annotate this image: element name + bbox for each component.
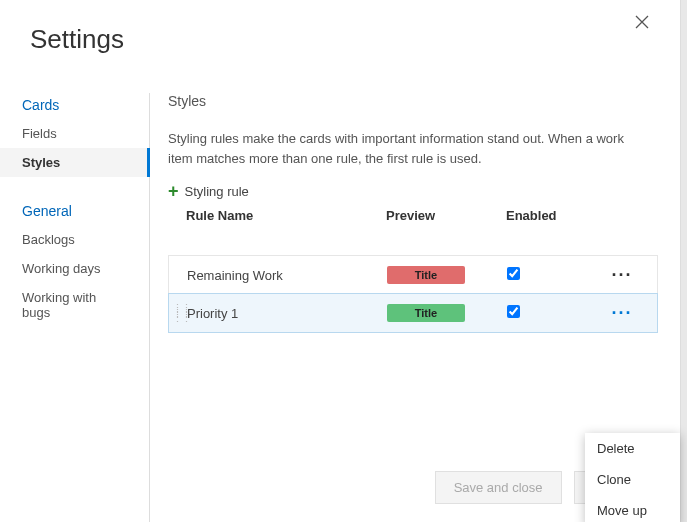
row-menu-icon[interactable]: ··· xyxy=(597,271,647,279)
rule-name-cell: Remaining Work xyxy=(187,268,387,283)
add-rule-label: Styling rule xyxy=(185,184,249,199)
main-description: Styling rules make the cards with import… xyxy=(168,129,658,168)
sidebar-item-backlogs[interactable]: Backlogs xyxy=(0,225,149,254)
sidebar-section-cards: Cards xyxy=(0,93,149,119)
preview-swatch: Title xyxy=(387,266,465,284)
main-heading: Styles xyxy=(168,93,658,129)
context-menu: Delete Clone Move up xyxy=(585,433,680,522)
background-strip xyxy=(680,0,687,522)
preview-swatch: Title xyxy=(387,304,465,322)
sidebar-section-general: General xyxy=(0,199,149,225)
col-rule-name: Rule Name xyxy=(186,208,386,223)
menu-item-move-up[interactable]: Move up xyxy=(585,495,680,522)
col-preview: Preview xyxy=(386,208,506,223)
add-styling-rule[interactable]: + Styling rule xyxy=(168,182,658,200)
enabled-checkbox[interactable] xyxy=(507,305,520,318)
sidebar-item-working-days[interactable]: Working days xyxy=(0,254,149,283)
menu-item-delete[interactable]: Delete xyxy=(585,433,680,464)
save-button[interactable]: Save and close xyxy=(435,471,562,504)
col-enabled: Enabled xyxy=(506,208,596,223)
sidebar: Cards Fields Styles General Backlogs Wor… xyxy=(0,93,150,522)
table-row[interactable]: ⋮⋮⋮⋮⋮⋮ Priority 1 Title ··· xyxy=(168,293,658,333)
sidebar-item-working-bugs[interactable]: Working with bugs xyxy=(0,283,149,327)
enabled-checkbox[interactable] xyxy=(507,267,520,280)
row-menu-icon[interactable]: ··· xyxy=(597,309,647,317)
main-panel: Styles Styling rules make the cards with… xyxy=(150,93,680,522)
sidebar-item-styles[interactable]: Styles xyxy=(0,148,150,177)
menu-item-clone[interactable]: Clone xyxy=(585,464,680,495)
rules-table-header: Rule Name Preview Enabled xyxy=(168,200,658,233)
dialog-title: Settings xyxy=(0,0,680,55)
plus-icon: + xyxy=(168,182,179,200)
rule-name-cell: Priority 1 xyxy=(187,306,387,321)
table-row[interactable]: Remaining Work Title ··· xyxy=(169,255,657,294)
sidebar-item-fields[interactable]: Fields xyxy=(0,119,149,148)
close-icon[interactable] xyxy=(630,10,654,34)
rules-table: Remaining Work Title ··· ⋮⋮⋮⋮⋮⋮ Priority… xyxy=(168,255,658,333)
drag-handle-icon[interactable]: ⋮⋮⋮⋮⋮⋮ xyxy=(172,306,190,321)
